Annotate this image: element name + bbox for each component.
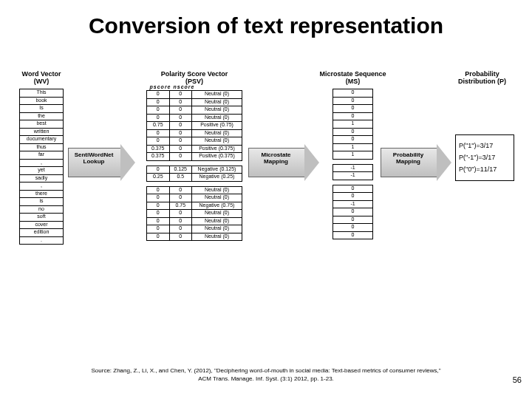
ms-cell: 0 xyxy=(333,208,373,216)
wv-cell: written xyxy=(20,128,64,136)
table-word-vector: ThisbookIsthebestwrittendocumentarythusf… xyxy=(19,89,64,245)
psv-cell: Positive (0.375) xyxy=(192,153,242,161)
psv-cell: 0 xyxy=(169,137,192,146)
wv-cell: This xyxy=(20,89,64,98)
psv-cell xyxy=(192,160,242,166)
ms-cell: 0 xyxy=(333,224,373,232)
ms-cell: 0 xyxy=(333,216,373,224)
ms-cell xyxy=(333,180,373,185)
psv-cell: Neutral (0) xyxy=(192,217,242,225)
psv-cell xyxy=(147,160,170,166)
wv-cell: edition xyxy=(20,229,64,237)
ms-cell: 0 xyxy=(333,97,373,105)
psv-cell xyxy=(192,181,242,186)
wv-cell: the xyxy=(20,112,64,120)
psv-cell: 0 xyxy=(169,122,192,130)
psv-cell: Neutral (0) xyxy=(192,210,242,218)
psv-cell: 0 xyxy=(147,233,170,241)
psv-cell: 0 xyxy=(147,202,170,210)
header-ms: Microstate Sequence(MS) xyxy=(318,71,388,86)
psv-cell: 0 xyxy=(169,114,192,122)
psv-cell: Negative (0.75) xyxy=(192,202,242,210)
table-ms: 000010011-1-100-10000 xyxy=(332,89,373,239)
diagram-canvas: Word Vector(WV) ThisbookIsthebestwritten… xyxy=(15,89,517,303)
ms-cell: 0 xyxy=(333,89,373,98)
psv-cell: 0 xyxy=(169,129,192,137)
ms-cell: -1 xyxy=(333,200,373,208)
psv-cell: Neutral (0) xyxy=(192,225,242,233)
psv-cell: 0 xyxy=(147,217,170,225)
prob-1: P("1")=3/17 xyxy=(459,140,511,151)
psv-cell: Neutral (0) xyxy=(192,137,242,146)
psv-cell: 0 xyxy=(147,194,170,202)
psv-cell: Neutral (0) xyxy=(192,129,242,137)
psv-cell: 0 xyxy=(169,145,192,153)
table-psv: 00Neutral (0)00Neutral (0)00Neutral (0)0… xyxy=(146,90,242,241)
page-number: 56 xyxy=(513,375,522,384)
ms-cell: 0 xyxy=(333,193,373,201)
psv-cell: 0 xyxy=(147,166,170,174)
ms-cell: 1 xyxy=(333,151,373,160)
wv-cell: there xyxy=(20,190,64,198)
psv-cell: Neutral (0) xyxy=(192,186,242,194)
psv-cell: Neutral (0) xyxy=(192,114,242,122)
psv-cell xyxy=(169,160,192,166)
psv-cell: Neutral (0) xyxy=(192,106,242,115)
psv-cell: 0.125 xyxy=(169,166,192,174)
header-psv: Polarity Score Vector(PSV) xyxy=(146,71,242,86)
psv-cell: 0 xyxy=(169,186,192,194)
prob-neg1: P("-1")=3/17 xyxy=(459,151,511,163)
psv-cell: Neutral (0) xyxy=(192,194,242,202)
psv-cell: 0 xyxy=(147,106,170,115)
psv-cell: Positive (0.375) xyxy=(192,145,242,153)
psv-cell: Negative (0.25) xyxy=(192,174,242,182)
prob-0: P("0")=11/17 xyxy=(459,163,511,175)
psv-cell: 0 xyxy=(169,233,192,241)
psv-cell: 0 xyxy=(147,186,170,194)
psv-cell: 0 xyxy=(147,114,170,122)
psv-cell: 0 xyxy=(169,106,192,115)
ms-cell: 1 xyxy=(333,143,373,151)
psv-cell: Neutral (0) xyxy=(192,233,242,241)
wv-cell: sadly xyxy=(20,174,64,183)
header-prob: ProbabilityDistribution (P) xyxy=(451,71,514,86)
label-sentiwordnet: SentiWordNetLookup xyxy=(68,152,120,166)
psv-cell: 0 xyxy=(147,91,170,99)
psv-cell: 0 xyxy=(147,129,170,137)
probability-box: P("1")=3/17 P("-1")=3/17 P("0")=11/17 xyxy=(455,134,514,181)
psv-cell: 0 xyxy=(169,153,192,161)
label-probability: ProbabilityMapping xyxy=(381,152,436,166)
ms-cell: -1 xyxy=(333,172,373,180)
psv-cell: Negative (0.125) xyxy=(192,166,242,174)
wv-cell: is xyxy=(20,198,64,206)
source-citation: Source: Zhang, Z., Li, X., and Chen, Y. … xyxy=(0,367,532,383)
ms-cell xyxy=(333,159,373,164)
wv-cell: , xyxy=(20,183,64,191)
ms-cell: 0 xyxy=(333,112,373,120)
label-microstate: MicrostateMapping xyxy=(248,152,304,166)
psv-cell: 0 xyxy=(147,137,170,146)
wv-cell: documentary xyxy=(20,136,64,144)
psv-cell: 0 xyxy=(169,98,192,106)
wv-cell: soft xyxy=(20,214,64,222)
psv-cell: Positive (0.75) xyxy=(192,122,242,130)
psv-cell: 0 xyxy=(169,217,192,225)
wv-cell: Is xyxy=(20,105,64,113)
psv-cell: 0.5 xyxy=(169,174,192,182)
wv-cell: , xyxy=(20,159,64,167)
psv-cell: 0 xyxy=(169,210,192,218)
psv-cell: 0.75 xyxy=(147,122,170,130)
wv-cell: yet xyxy=(20,167,64,175)
psv-cell xyxy=(147,181,170,186)
psv-cell: 0 xyxy=(169,194,192,202)
psv-cell: 0.25 xyxy=(147,174,170,182)
ms-cell: -1 xyxy=(333,164,373,172)
psv-cell: 0 xyxy=(169,91,192,99)
header-psv-cols: pscore nscore xyxy=(146,84,198,89)
wv-cell: cover xyxy=(20,221,64,229)
ms-cell: 0 xyxy=(333,231,373,239)
psv-cell: Neutral (0) xyxy=(192,91,242,99)
wv-cell: best xyxy=(20,120,64,129)
ms-cell: 0 xyxy=(333,105,373,113)
psv-cell: Neutral (0) xyxy=(192,98,242,106)
